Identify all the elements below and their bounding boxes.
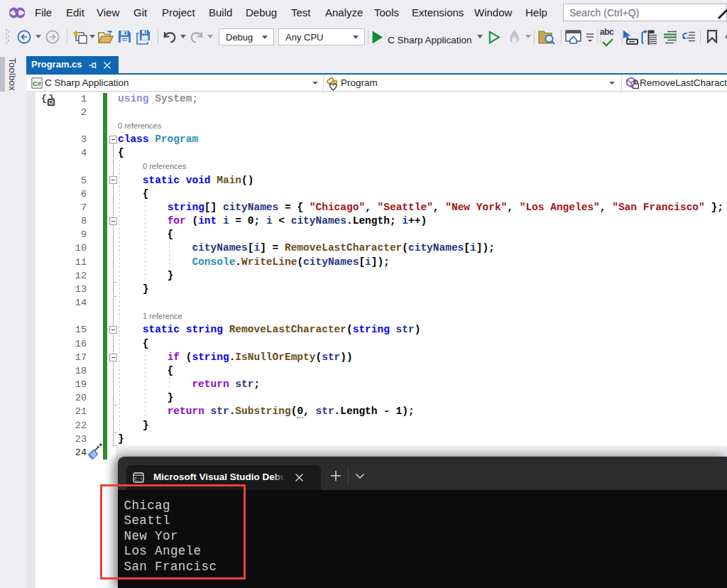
svg-text:C#: C#	[33, 80, 42, 87]
svg-text:C:\: C:\	[134, 477, 143, 482]
